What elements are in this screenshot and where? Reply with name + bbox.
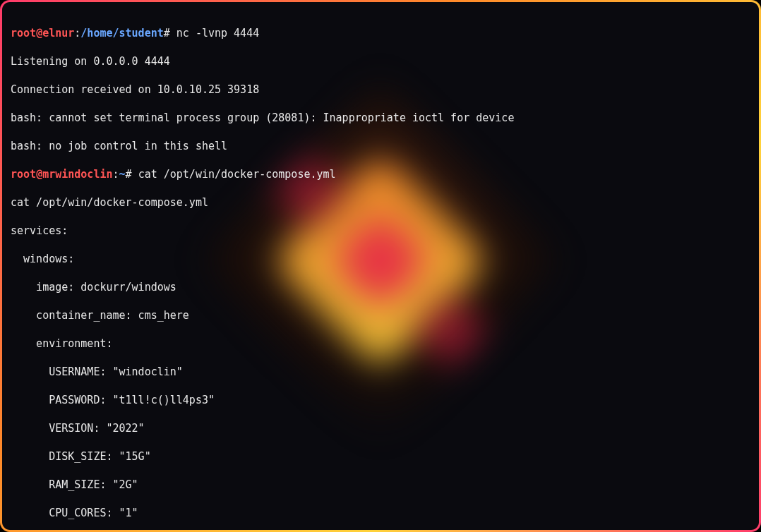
yaml-line: container_name: cms_here (11, 308, 748, 322)
output-line: Connection received on 10.0.10.25 39318 (11, 83, 748, 97)
prompt-path: /home/student (80, 27, 163, 40)
yaml-line: VERSION: "2022" (11, 421, 748, 435)
yaml-line: PASSWORD: "t1ll!c()ll4ps3" (11, 393, 748, 407)
yaml-line: RAM_SIZE: "2G" (11, 478, 748, 492)
prompt-path: ~ (119, 168, 126, 181)
prompt-symbol: # (164, 27, 170, 40)
yaml-line: image: dockurr/windows (11, 280, 748, 294)
output-line: cat /opt/win/docker-compose.yml (11, 195, 748, 210)
terminal-output[interactable]: root@elnur:/home/student# nc -lvnp 4444 … (2, 2, 759, 530)
prompt-user: root (11, 27, 36, 40)
prompt-host: mrwindoclin (42, 168, 112, 181)
prompt-symbol: # (126, 168, 132, 181)
output-line: bash: cannot set terminal process group … (11, 111, 748, 125)
yaml-line: services: (11, 224, 748, 238)
yaml-line: CPU_CORES: "1" (11, 506, 748, 520)
prompt-at: @ (36, 168, 42, 181)
prompt-sep: : (74, 27, 80, 40)
prompt-line-1: root@elnur:/home/student# nc -lvnp 4444 (11, 26, 748, 40)
output-line: Listening on 0.0.0.0 4444 (11, 54, 748, 68)
prompt-at: @ (36, 27, 42, 40)
output-line: bash: no job control in this shell (11, 139, 748, 153)
prompt-sep: : (113, 168, 119, 181)
terminal-window: root@elnur:/home/student# nc -lvnp 4444 … (0, 0, 761, 532)
yaml-line: DISK_SIZE: "15G" (11, 449, 748, 464)
command-text: nc -lvnp 4444 (176, 27, 259, 40)
yaml-line: USERNAME: "windoclin" (11, 365, 748, 379)
yaml-line: environment: (11, 337, 748, 351)
yaml-line: windows: (11, 252, 748, 266)
prompt-line-2: root@mrwindoclin:~# cat /opt/win/docker-… (11, 167, 748, 181)
command-text: cat /opt/win/docker-compose.yml (138, 168, 336, 181)
prompt-user: root (11, 168, 36, 181)
prompt-host: elnur (42, 27, 74, 40)
